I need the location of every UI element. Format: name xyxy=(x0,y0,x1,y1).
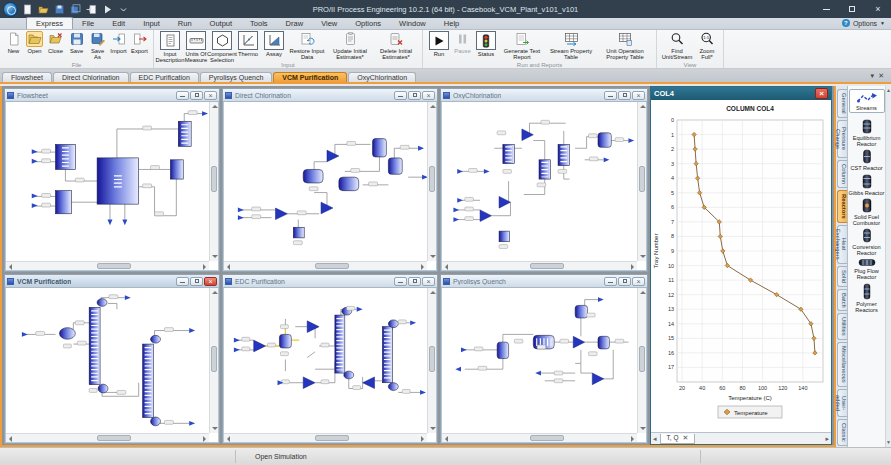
window-col4-plot[interactable]: COL4 × 204060801001201400123456789101112… xyxy=(650,86,832,445)
help-options[interactable]: ? Options ▼ xyxy=(842,19,885,28)
scroll-left-icon[interactable] xyxy=(6,262,15,271)
window-close-button[interactable]: × xyxy=(422,277,435,286)
generate-text-report-button[interactable]: Generate Text Report xyxy=(499,31,545,61)
scroll-up-icon[interactable] xyxy=(638,288,647,297)
flowsheet-tab[interactable]: VCM Purification xyxy=(273,72,347,82)
flowsheet-tab[interactable]: Pyrolisys Quench xyxy=(200,72,272,82)
scrollbar-thumb[interactable] xyxy=(97,263,131,269)
scroll-down-icon[interactable] xyxy=(638,424,647,433)
palette-category-tab[interactable]: Reactors xyxy=(837,190,847,223)
options-label[interactable]: Options xyxy=(853,20,877,27)
vertical-scrollbar[interactable] xyxy=(427,288,436,433)
scrollbar-thumb[interactable] xyxy=(211,346,217,372)
save-button[interactable]: Save xyxy=(66,31,87,54)
run-button[interactable]: Run xyxy=(426,31,452,57)
flowsheet-tab[interactable]: Direct Chlorination xyxy=(53,72,129,82)
window-close-button[interactable]: × xyxy=(204,91,217,100)
tab-scroll-right-icon[interactable]: ▸ xyxy=(825,435,829,443)
flowsheet-canvas[interactable] xyxy=(6,102,209,261)
palette-category-tab[interactable]: User-added xyxy=(837,389,847,418)
zoom-full-button[interactable]: 1:1 Zoom Full* xyxy=(694,31,720,61)
stream-property-table-button[interactable]: Stream Property Table xyxy=(545,31,597,61)
tab-close-icon[interactable]: ✕ xyxy=(682,434,688,442)
window-edc-purification[interactable]: EDC Purification × xyxy=(222,274,438,444)
window-close-button[interactable]: × xyxy=(204,277,217,286)
scrollbar-thumb[interactable] xyxy=(315,263,349,269)
component-selection-button[interactable]: Component Selection xyxy=(209,31,235,64)
close-button[interactable]: × xyxy=(865,1,891,18)
qat-new-icon[interactable] xyxy=(22,4,33,15)
export-button[interactable]: Export xyxy=(129,31,150,54)
vertical-scrollbar[interactable] xyxy=(427,102,436,261)
window-titlebar[interactable]: Direct Chlorination × xyxy=(223,89,437,102)
window-titlebar[interactable]: VCM Purification × xyxy=(5,275,219,288)
scroll-up-icon[interactable]: ▲ xyxy=(886,88,891,93)
qat-open-icon[interactable] xyxy=(38,4,49,15)
find-unit-stream-button[interactable]: Find Unit/Stream xyxy=(660,31,694,61)
flowsheet-canvas[interactable] xyxy=(224,288,427,433)
ribbon-tab[interactable]: Edit xyxy=(103,18,134,29)
scroll-down-icon[interactable] xyxy=(210,424,219,433)
new-button[interactable]: New xyxy=(3,31,24,54)
scrollbar-thumb[interactable] xyxy=(315,435,349,441)
vertical-scrollbar[interactable] xyxy=(637,102,646,261)
tab-list-dropdown-icon[interactable]: ▾ xyxy=(871,72,875,80)
scrollbar-thumb[interactable] xyxy=(211,166,217,192)
window-restore-button[interactable] xyxy=(408,91,421,100)
ribbon-tab[interactable]: Express xyxy=(26,17,73,29)
scrollbar-thumb[interactable] xyxy=(429,346,435,372)
col4-titlebar[interactable]: COL4 × xyxy=(651,87,831,100)
tab-scroll-left-icon[interactable]: ◂ xyxy=(653,435,657,443)
flowsheet-tab[interactable]: OxyChlorination xyxy=(348,72,416,82)
ribbon-tab[interactable]: Options xyxy=(346,18,390,29)
horizontal-scrollbar[interactable] xyxy=(442,433,637,442)
tab-close-icon[interactable]: ✕ xyxy=(878,72,884,80)
qat-save-icon[interactable] xyxy=(54,4,65,15)
window-titlebar[interactable]: Flowsheet × xyxy=(5,89,219,102)
ribbon-tab[interactable]: Help xyxy=(435,18,468,29)
thermo-button[interactable]: Thermo xyxy=(235,31,261,57)
palette-scrollbar[interactable]: ▲ ▼ xyxy=(886,86,891,447)
horizontal-scrollbar[interactable] xyxy=(6,433,209,442)
scroll-down-icon[interactable] xyxy=(638,252,647,261)
palette-category-tab[interactable]: Pressure Change xyxy=(837,120,847,159)
horizontal-scrollbar[interactable] xyxy=(224,433,427,442)
scroll-up-icon[interactable] xyxy=(210,288,219,297)
palette-item-plug-flow-reactor[interactable]: Plug Flow Reactor xyxy=(849,258,885,280)
window-flowsheet[interactable]: Flowsheet × xyxy=(4,88,220,272)
scroll-right-icon[interactable] xyxy=(628,434,637,443)
scroll-down-icon[interactable] xyxy=(428,252,437,261)
unit-operation-property-table-button[interactable]: Unit Operation Property Table xyxy=(597,31,653,61)
scroll-left-icon[interactable] xyxy=(442,434,451,443)
flowsheet-tab[interactable]: EDC Purification xyxy=(130,72,199,82)
scroll-down-icon[interactable] xyxy=(210,252,219,261)
window-restore-button[interactable] xyxy=(618,91,631,100)
palette-item-solid-fuel-combustor[interactable]: Solid Fuel Combustor xyxy=(849,198,885,226)
ribbon-tab[interactable]: Input xyxy=(134,18,169,29)
window-vcm-purification[interactable]: VCM Purification × xyxy=(4,274,220,444)
flowsheet-canvas[interactable] xyxy=(6,288,209,433)
scroll-left-icon[interactable] xyxy=(224,262,233,271)
qat-customize-icon[interactable] xyxy=(118,4,129,15)
scroll-down-icon[interactable]: ▼ xyxy=(886,440,891,445)
scroll-right-icon[interactable] xyxy=(418,262,427,271)
scrollbar-thumb[interactable] xyxy=(429,166,435,192)
flowsheet-canvas[interactable] xyxy=(442,102,637,261)
window-minimize-button[interactable] xyxy=(604,91,617,100)
window-restore-button[interactable] xyxy=(190,277,203,286)
vertical-scrollbar[interactable] xyxy=(637,288,646,433)
palette-category-tab[interactable]: Heat Exchangers xyxy=(837,225,847,264)
ribbon-tab[interactable]: Draw xyxy=(277,18,313,29)
flowsheet-canvas[interactable] xyxy=(224,102,427,261)
palette-item-streams[interactable]: Streams xyxy=(849,89,885,113)
ribbon-tab[interactable]: Window xyxy=(390,18,435,29)
ribbon-tab[interactable]: File xyxy=(73,18,103,29)
col4-tq-tab[interactable]: T, Q✕ xyxy=(660,434,696,444)
save-as-button[interactable]: Save As xyxy=(87,31,108,61)
input-description-button[interactable]: Input Description xyxy=(157,31,183,64)
palette-category-tab[interactable]: General xyxy=(837,89,847,118)
palette-category-tab[interactable]: Solid xyxy=(837,266,847,287)
scroll-right-icon[interactable] xyxy=(418,434,427,443)
vertical-scrollbar[interactable] xyxy=(209,102,218,261)
window-close-button[interactable]: × xyxy=(422,91,435,100)
